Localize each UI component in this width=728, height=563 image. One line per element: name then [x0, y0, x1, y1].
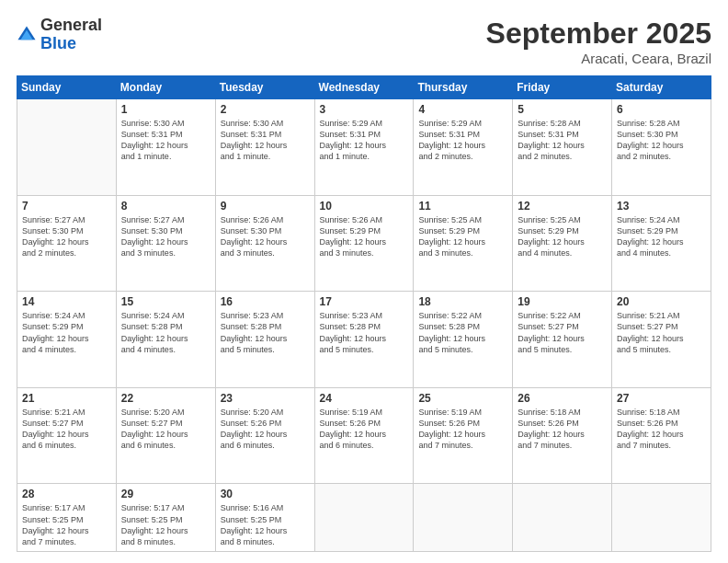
day-number: 2 — [221, 103, 310, 116]
calendar-cell: 30Sunrise: 5:16 AM Sunset: 5:25 PM Dayli… — [215, 484, 314, 552]
calendar-cell: 20Sunrise: 5:21 AM Sunset: 5:27 PM Dayli… — [612, 292, 711, 388]
calendar-cell: 13Sunrise: 5:24 AM Sunset: 5:29 PM Dayli… — [612, 195, 711, 292]
day-number: 20 — [617, 295, 706, 308]
day-info: Sunrise: 5:20 AM Sunset: 5:26 PM Dayligh… — [221, 407, 310, 452]
day-info: Sunrise: 5:20 AM Sunset: 5:27 PM Dayligh… — [121, 407, 210, 452]
calendar-cell: 9Sunrise: 5:26 AM Sunset: 5:30 PM Daylig… — [215, 195, 314, 292]
calendar-cell: 8Sunrise: 5:27 AM Sunset: 5:30 PM Daylig… — [116, 195, 215, 292]
day-info: Sunrise: 5:19 AM Sunset: 5:26 PM Dayligh… — [320, 407, 409, 452]
calendar-week-3: 14Sunrise: 5:24 AM Sunset: 5:29 PM Dayli… — [17, 292, 711, 388]
calendar-cell: 18Sunrise: 5:22 AM Sunset: 5:28 PM Dayli… — [414, 292, 513, 388]
calendar-table: SundayMondayTuesdayWednesdayThursdayFrid… — [17, 75, 711, 552]
day-info: Sunrise: 5:28 AM Sunset: 5:30 PM Dayligh… — [617, 118, 706, 163]
day-info: Sunrise: 5:22 AM Sunset: 5:27 PM Dayligh… — [518, 310, 607, 355]
calendar-cell: 15Sunrise: 5:24 AM Sunset: 5:28 PM Dayli… — [116, 292, 215, 388]
day-number: 11 — [418, 200, 507, 213]
day-number: 25 — [418, 392, 507, 405]
day-number: 5 — [518, 103, 607, 116]
logo-general: General — [40, 17, 102, 35]
weekday-header-tuesday: Tuesday — [215, 76, 314, 99]
day-number: 18 — [418, 295, 507, 308]
day-number: 7 — [22, 200, 111, 213]
day-number: 3 — [320, 103, 409, 116]
weekday-header-sunday: Sunday — [17, 76, 117, 99]
day-number: 26 — [518, 392, 607, 405]
title-block: September 2025 Aracati, Ceara, Brazil — [486, 17, 711, 66]
day-number: 16 — [221, 295, 310, 308]
weekday-header-saturday: Saturday — [612, 76, 711, 99]
day-info: Sunrise: 5:29 AM Sunset: 5:31 PM Dayligh… — [320, 118, 409, 163]
month-title: September 2025 — [486, 17, 711, 51]
calendar-cell: 27Sunrise: 5:18 AM Sunset: 5:26 PM Dayli… — [612, 387, 711, 484]
calendar-cell: 25Sunrise: 5:19 AM Sunset: 5:26 PM Dayli… — [414, 387, 513, 484]
calendar-cell — [314, 484, 414, 552]
header: General Blue September 2025 Aracati, Cea… — [17, 17, 711, 66]
day-info: Sunrise: 5:30 AM Sunset: 5:31 PM Dayligh… — [121, 118, 210, 163]
calendar-cell: 22Sunrise: 5:20 AM Sunset: 5:27 PM Dayli… — [116, 387, 215, 484]
calendar-cell: 3Sunrise: 5:29 AM Sunset: 5:31 PM Daylig… — [314, 99, 414, 196]
calendar-cell: 4Sunrise: 5:29 AM Sunset: 5:31 PM Daylig… — [414, 99, 513, 196]
calendar-cell: 11Sunrise: 5:25 AM Sunset: 5:29 PM Dayli… — [414, 195, 513, 292]
day-info: Sunrise: 5:24 AM Sunset: 5:29 PM Dayligh… — [617, 214, 706, 259]
day-number: 19 — [518, 295, 607, 308]
day-number: 21 — [22, 392, 111, 405]
day-info: Sunrise: 5:16 AM Sunset: 5:25 PM Dayligh… — [221, 502, 310, 547]
weekday-header-wednesday: Wednesday — [314, 76, 414, 99]
calendar-cell: 7Sunrise: 5:27 AM Sunset: 5:30 PM Daylig… — [17, 195, 117, 292]
day-info: Sunrise: 5:22 AM Sunset: 5:28 PM Dayligh… — [418, 310, 507, 355]
day-number: 22 — [121, 392, 210, 405]
day-number: 12 — [518, 200, 607, 213]
day-number: 10 — [320, 200, 409, 213]
calendar-cell: 28Sunrise: 5:17 AM Sunset: 5:25 PM Dayli… — [17, 484, 117, 552]
day-number: 29 — [121, 488, 210, 500]
calendar-cell: 6Sunrise: 5:28 AM Sunset: 5:30 PM Daylig… — [612, 99, 711, 196]
calendar-week-4: 21Sunrise: 5:21 AM Sunset: 5:27 PM Dayli… — [17, 387, 711, 484]
day-info: Sunrise: 5:27 AM Sunset: 5:30 PM Dayligh… — [121, 214, 210, 259]
day-number: 23 — [221, 392, 310, 405]
day-number: 28 — [22, 488, 111, 500]
calendar-cell: 29Sunrise: 5:17 AM Sunset: 5:25 PM Dayli… — [116, 484, 215, 552]
logo: General Blue — [17, 17, 102, 53]
weekday-header-friday: Friday — [513, 76, 612, 99]
day-info: Sunrise: 5:28 AM Sunset: 5:31 PM Dayligh… — [518, 118, 607, 163]
day-number: 1 — [121, 103, 210, 116]
day-info: Sunrise: 5:18 AM Sunset: 5:26 PM Dayligh… — [617, 407, 706, 452]
day-number: 30 — [221, 488, 310, 500]
logo-blue: Blue — [40, 35, 102, 53]
day-info: Sunrise: 5:19 AM Sunset: 5:26 PM Dayligh… — [418, 407, 507, 452]
day-number: 9 — [221, 200, 310, 213]
weekday-header-monday: Monday — [116, 76, 215, 99]
day-info: Sunrise: 5:17 AM Sunset: 5:25 PM Dayligh… — [22, 502, 111, 547]
calendar-cell: 17Sunrise: 5:23 AM Sunset: 5:28 PM Dayli… — [314, 292, 414, 388]
location: Aracati, Ceara, Brazil — [486, 51, 711, 66]
day-info: Sunrise: 5:21 AM Sunset: 5:27 PM Dayligh… — [617, 310, 706, 355]
day-info: Sunrise: 5:23 AM Sunset: 5:28 PM Dayligh… — [221, 310, 310, 355]
day-info: Sunrise: 5:24 AM Sunset: 5:28 PM Dayligh… — [121, 310, 210, 355]
day-info: Sunrise: 5:25 AM Sunset: 5:29 PM Dayligh… — [418, 214, 507, 259]
day-number: 13 — [617, 200, 706, 213]
day-info: Sunrise: 5:27 AM Sunset: 5:30 PM Dayligh… — [22, 214, 111, 259]
calendar-cell: 12Sunrise: 5:25 AM Sunset: 5:29 PM Dayli… — [513, 195, 612, 292]
day-info: Sunrise: 5:29 AM Sunset: 5:31 PM Dayligh… — [418, 118, 507, 163]
calendar-cell — [414, 484, 513, 552]
day-number: 8 — [121, 200, 210, 213]
page: General Blue September 2025 Aracati, Cea… — [0, 0, 728, 563]
day-info: Sunrise: 5:30 AM Sunset: 5:31 PM Dayligh… — [221, 118, 310, 163]
calendar-cell: 16Sunrise: 5:23 AM Sunset: 5:28 PM Dayli… — [215, 292, 314, 388]
calendar-cell — [612, 484, 711, 552]
day-number: 17 — [320, 295, 409, 308]
calendar-cell — [513, 484, 612, 552]
day-info: Sunrise: 5:24 AM Sunset: 5:29 PM Dayligh… — [22, 310, 111, 355]
calendar-cell: 21Sunrise: 5:21 AM Sunset: 5:27 PM Dayli… — [17, 387, 117, 484]
calendar-cell: 5Sunrise: 5:28 AM Sunset: 5:31 PM Daylig… — [513, 99, 612, 196]
day-info: Sunrise: 5:26 AM Sunset: 5:29 PM Dayligh… — [320, 214, 409, 259]
weekday-header-row: SundayMondayTuesdayWednesdayThursdayFrid… — [17, 76, 711, 99]
calendar-cell: 1Sunrise: 5:30 AM Sunset: 5:31 PM Daylig… — [116, 99, 215, 196]
calendar-cell: 26Sunrise: 5:18 AM Sunset: 5:26 PM Dayli… — [513, 387, 612, 484]
calendar-cell: 19Sunrise: 5:22 AM Sunset: 5:27 PM Dayli… — [513, 292, 612, 388]
day-number: 27 — [617, 392, 706, 405]
calendar-cell: 14Sunrise: 5:24 AM Sunset: 5:29 PM Dayli… — [17, 292, 117, 388]
day-info: Sunrise: 5:23 AM Sunset: 5:28 PM Dayligh… — [320, 310, 409, 355]
day-number: 6 — [617, 103, 706, 116]
day-info: Sunrise: 5:21 AM Sunset: 5:27 PM Dayligh… — [22, 407, 111, 452]
